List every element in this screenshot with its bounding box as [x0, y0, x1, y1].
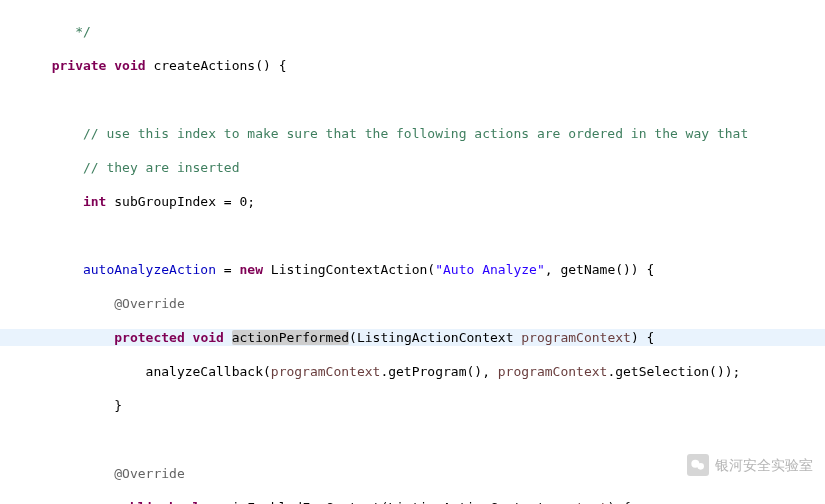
blank-line: [36, 227, 825, 244]
text: ) {: [607, 500, 630, 504]
text: =: [216, 262, 239, 277]
annotation: @Override: [114, 466, 184, 481]
kw-public: public: [114, 500, 161, 504]
field: autoAnalyzeAction: [83, 262, 216, 277]
code-block: */ private void createActions() { // use…: [0, 0, 825, 504]
kw-boolean: boolean: [169, 500, 224, 504]
text: .getSelection());: [607, 364, 740, 379]
string: "Auto Analyze": [435, 262, 545, 277]
comment: // use this index to make sure that the …: [83, 126, 748, 141]
param: programContext: [271, 364, 381, 379]
text: .getProgram(),: [380, 364, 497, 379]
text: analyzeCallback(: [146, 364, 271, 379]
param: programContext: [521, 330, 631, 345]
text: (ListingActionContext: [349, 330, 521, 345]
param: context: [553, 500, 608, 504]
text: createActions() {: [146, 58, 287, 73]
kw-int: int: [83, 194, 106, 209]
blank-line: [36, 91, 825, 108]
kw-void: void: [114, 58, 145, 73]
kw-private: private: [52, 58, 107, 73]
text: ) {: [631, 330, 654, 345]
comment: // they are inserted: [83, 160, 240, 175]
param: programContext: [498, 364, 608, 379]
text: subGroupIndex = 0;: [106, 194, 255, 209]
kw-protected: protected: [114, 330, 184, 345]
highlighted-line: protected void actionPerformed(ListingAc…: [0, 329, 825, 346]
text: , getName()) {: [545, 262, 655, 277]
annotation: @Override: [114, 296, 184, 311]
selected-method-name: actionPerformed: [232, 330, 349, 345]
text: isEnabledForContext(ListingActionContext: [224, 500, 553, 504]
kw-new: new: [240, 262, 263, 277]
kw-void: void: [193, 330, 224, 345]
brace: }: [114, 398, 122, 413]
text: ListingContextAction(: [263, 262, 435, 277]
comment: */: [36, 24, 91, 39]
blank-line: [36, 431, 825, 448]
